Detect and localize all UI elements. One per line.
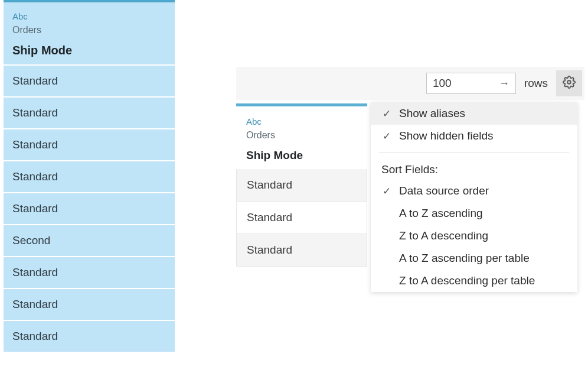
type-label: Abc bbox=[12, 11, 166, 21]
table-row[interactable]: Standard bbox=[236, 202, 367, 234]
settings-popover: ✓ Show aliases ✓ Show hidden fields Sort… bbox=[371, 102, 577, 292]
left-column: Abc Orders Ship Mode Standard Standard S… bbox=[4, 0, 175, 352]
sort-option-az-asc-per-table[interactable]: A to Z ascending per table bbox=[371, 247, 577, 270]
type-label: Abc bbox=[246, 116, 357, 127]
rows-input-value: 100 bbox=[433, 77, 452, 90]
settings-button[interactable] bbox=[556, 70, 582, 96]
table-row[interactable]: Standard bbox=[4, 64, 175, 96]
menu-item-show-hidden-fields[interactable]: ✓ Show hidden fields bbox=[371, 125, 577, 147]
gear-icon bbox=[563, 76, 576, 91]
field-name: Ship Mode bbox=[246, 149, 357, 162]
control-bar: 100 → rows bbox=[236, 67, 584, 100]
table-row[interactable]: Standard bbox=[4, 160, 175, 192]
arrow-right-icon: → bbox=[499, 77, 509, 90]
right-panel: 100 → rows Abc Orders Ship Mode Standard… bbox=[236, 67, 584, 267]
menu-item-label: Show hidden fields bbox=[399, 129, 494, 142]
menu-item-label: A to Z ascending per table bbox=[399, 252, 530, 265]
table-row[interactable]: Standard bbox=[4, 192, 175, 224]
rows-label: rows bbox=[524, 77, 548, 90]
sort-option-za-desc-per-table[interactable]: Z to A descending per table bbox=[371, 270, 577, 292]
sort-fields-title: Sort Fields: bbox=[371, 157, 577, 180]
sort-option-data-source-order[interactable]: ✓ Data source order bbox=[371, 180, 577, 202]
check-icon: ✓ bbox=[381, 185, 392, 197]
field-name: Ship Mode bbox=[12, 44, 166, 57]
right-column: Abc Orders Ship Mode Standard Standard S… bbox=[236, 103, 367, 267]
menu-item-show-aliases[interactable]: ✓ Show aliases bbox=[371, 102, 577, 125]
sort-option-az-asc[interactable]: A to Z ascending bbox=[371, 202, 577, 225]
menu-item-label: A to Z ascending bbox=[399, 207, 483, 220]
divider bbox=[379, 152, 569, 153]
source-label: Orders bbox=[12, 25, 166, 35]
table-row[interactable]: Second bbox=[4, 224, 175, 256]
table-row[interactable]: Standard bbox=[4, 320, 175, 352]
sort-option-za-desc[interactable]: Z to A descending bbox=[371, 225, 577, 247]
menu-item-label: Z to A descending bbox=[399, 229, 488, 242]
check-icon: ✓ bbox=[381, 130, 392, 142]
source-label: Orders bbox=[246, 130, 357, 141]
table-row[interactable]: Standard bbox=[4, 96, 175, 128]
check-icon: ✓ bbox=[381, 108, 392, 120]
menu-item-label: Show aliases bbox=[399, 107, 465, 120]
left-column-header[interactable]: Abc Orders Ship Mode bbox=[4, 2, 175, 64]
table-row[interactable]: Standard bbox=[4, 256, 175, 288]
table-row[interactable]: Standard bbox=[4, 288, 175, 320]
sort-options-list: ✓ Data source order A to Z ascending Z t… bbox=[371, 180, 577, 292]
table-row[interactable]: Standard bbox=[4, 128, 175, 160]
svg-point-0 bbox=[567, 80, 571, 84]
menu-item-label: Z to A descending per table bbox=[399, 274, 535, 287]
table-row[interactable]: Standard bbox=[236, 234, 367, 267]
rows-input[interactable]: 100 → bbox=[426, 73, 516, 94]
right-column-header[interactable]: Abc Orders Ship Mode bbox=[236, 106, 367, 169]
table-row[interactable]: Standard bbox=[236, 169, 367, 202]
menu-item-label: Data source order bbox=[399, 184, 489, 197]
